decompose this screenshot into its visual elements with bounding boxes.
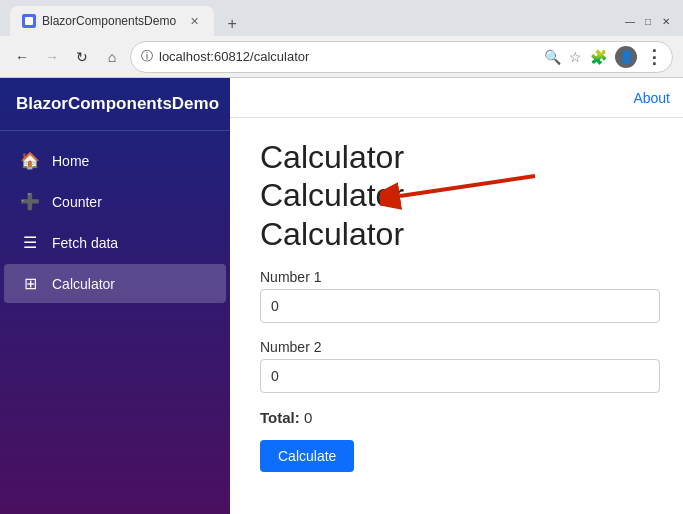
back-button[interactable]: ← — [10, 45, 34, 69]
refresh-button[interactable]: ↻ — [70, 45, 94, 69]
svg-line-1 — [400, 176, 535, 196]
page-title-1: Calculator — [260, 138, 404, 176]
page-title-2: Calculator — [260, 176, 404, 214]
sidebar-item-fetch-data[interactable]: ☰ Fetch data — [4, 223, 226, 262]
extensions-icon[interactable]: 🧩 — [590, 49, 607, 65]
sidebar-item-home[interactable]: 🏠 Home — [4, 141, 226, 180]
sidebar-item-calculator-label: Calculator — [52, 276, 115, 292]
top-nav: About — [230, 78, 683, 118]
main-content: About Calculator Calculator Calculator — [230, 78, 683, 514]
about-link[interactable]: About — [633, 90, 670, 106]
number1-input[interactable] — [260, 289, 660, 323]
sidebar-brand: BlazorComponentsDemo — [0, 78, 230, 131]
address-bar[interactable]: ⓘ localhost:60812/calculator 🔍 ☆ 🧩 👤 ⋮ — [130, 41, 673, 73]
search-icon[interactable]: 🔍 — [544, 49, 561, 65]
content-area: Calculator Calculator Calculator Number … — [230, 118, 683, 492]
plus-icon: ➕ — [20, 192, 40, 211]
number1-label: Number 1 — [260, 269, 660, 285]
number1-group: Number 1 — [260, 269, 660, 323]
list-icon: ☰ — [20, 233, 40, 252]
lock-icon: ⓘ — [141, 48, 153, 65]
number2-label: Number 2 — [260, 339, 660, 355]
home-icon: 🏠 — [20, 151, 40, 170]
close-button[interactable]: ✕ — [659, 14, 673, 28]
total-label: Total: — [260, 409, 300, 426]
profile-icon[interactable]: 👤 — [615, 46, 637, 68]
maximize-button[interactable]: □ — [641, 14, 655, 28]
sidebar-item-counter[interactable]: ➕ Counter — [4, 182, 226, 221]
sidebar-item-home-label: Home — [52, 153, 89, 169]
total-value: 0 — [304, 409, 312, 426]
total-line: Total: 0 — [260, 409, 660, 426]
page-title-3: Calculator — [260, 215, 404, 253]
sidebar-nav: 🏠 Home ➕ Counter ☰ Fetch data ⊞ Calculat… — [0, 131, 230, 313]
browser-tab[interactable]: BlazorComponentsDemo ✕ — [10, 6, 214, 36]
new-tab-button[interactable]: + — [220, 12, 244, 36]
url-text: localhost:60812/calculator — [159, 49, 309, 64]
number2-input[interactable] — [260, 359, 660, 393]
minimize-button[interactable]: — — [623, 14, 637, 28]
sidebar: BlazorComponentsDemo 🏠 Home ➕ Counter ☰ … — [0, 78, 230, 514]
sidebar-item-calculator[interactable]: ⊞ Calculator — [4, 264, 226, 303]
sidebar-item-fetch-data-label: Fetch data — [52, 235, 118, 251]
calculator-icon: ⊞ — [20, 274, 40, 293]
tab-title: BlazorComponentsDemo — [42, 14, 176, 28]
bookmark-icon[interactable]: ☆ — [569, 49, 582, 65]
menu-button[interactable]: ⋮ — [645, 46, 662, 68]
forward-button[interactable]: → — [40, 45, 64, 69]
sidebar-item-counter-label: Counter — [52, 194, 102, 210]
number2-group: Number 2 — [260, 339, 660, 393]
calculate-button[interactable]: Calculate — [260, 440, 354, 472]
tab-favicon — [22, 14, 36, 28]
home-button[interactable]: ⌂ — [100, 45, 124, 69]
tab-close-button[interactable]: ✕ — [186, 13, 202, 29]
